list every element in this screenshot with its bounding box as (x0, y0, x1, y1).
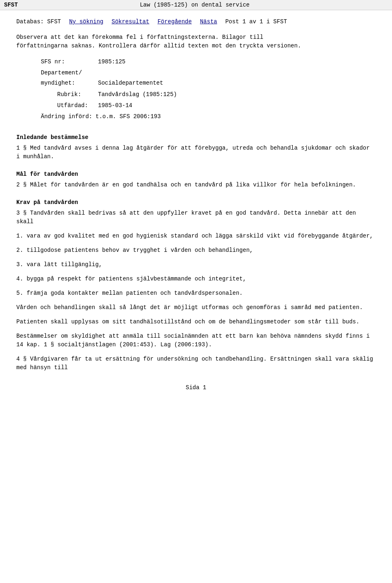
section1-heading: Inledande bestämmelse (16, 134, 376, 141)
sfs-nr-value: 1985:125 (98, 57, 125, 67)
sokresultat-link[interactable]: Sökresultat (111, 18, 149, 25)
para3-item1: 1. vara av god kvalitet med en god hygie… (16, 232, 376, 240)
content-area: Databas: SFST Ny sökning Sökresultat För… (0, 10, 392, 407)
para3-extra1: Vården och behandlingen skall så långt d… (16, 303, 376, 312)
nasta-link[interactable]: Nästa (200, 18, 217, 25)
utfardad-value: 1985-03-14 (98, 101, 132, 111)
section3-heading: Krav på tandvården (16, 199, 376, 206)
footer: Sida 1 (16, 384, 376, 391)
para3-item2: 2. tillgodose patientens behov av tryggh… (16, 246, 376, 255)
header-left-label: SFST (4, 2, 18, 8)
nav-bar: Databas: SFST Ny sökning Sökresultat För… (16, 18, 376, 25)
page-number: Sida 1 (186, 384, 206, 391)
para3-extra2: Patienten skall upplysas om sitt tandhäl… (16, 318, 376, 326)
notice-box: Observera att det kan förekomma fel i fö… (16, 33, 376, 50)
rubrik-value: Tandvårdslag (1985:125) (98, 90, 177, 100)
myndighet-value: Socialdepartementet (98, 78, 163, 88)
post-info: Post 1 av 1 i SFST (225, 18, 287, 25)
dept-label: Departement/ (41, 68, 98, 78)
para3-item4: 4. bygga på respekt för patientens själv… (16, 275, 376, 283)
meta-section: SFS nr: 1985:125 Departement/ myndighet:… (41, 57, 376, 122)
rubrik-label: Rubrik: (57, 90, 98, 100)
databas-label: Databas: SFST (16, 18, 61, 25)
andring-value: t.o.m. SFS 2006:193 (96, 112, 161, 122)
para3-item3: 3. vara lätt tillgänglig, (16, 260, 376, 269)
para3-item5: 5. främja goda kontakter mellan patiente… (16, 289, 376, 298)
para4: 4 § Vårdgivaren får ta ut ersättning för… (16, 355, 376, 372)
header-bar: SFST Law (1985-125) on dental service (0, 0, 392, 10)
para3: 3 § Tandvården skall bedrivas så att den… (16, 209, 376, 226)
header-title: Law (1985-125) on dental service (18, 2, 372, 8)
para2: 2 § Målet för tandvården är en god tandh… (16, 181, 376, 189)
myndighet-label: myndighet: (41, 78, 98, 88)
para1: 1 § Med tandvård avses i denna lag åtgär… (16, 144, 376, 161)
notice-line1: Observera att det kan förekomma fel i fö… (16, 34, 263, 40)
para3-extra3: Bestämmelser om skyldighet att anmäla ti… (16, 332, 376, 349)
utfardad-label: Utfärdad: (57, 101, 98, 111)
ny-sokning-link[interactable]: Ny sökning (69, 18, 103, 25)
andring-label: Ändring införd: (41, 112, 92, 122)
section2-heading: Mål för tandvården (16, 171, 376, 177)
sfs-nr-label: SFS nr: (41, 57, 98, 67)
foregaende-link[interactable]: Föregående (158, 18, 192, 25)
notice-line2: författningarna saknas. Kontrollera därf… (16, 43, 301, 49)
